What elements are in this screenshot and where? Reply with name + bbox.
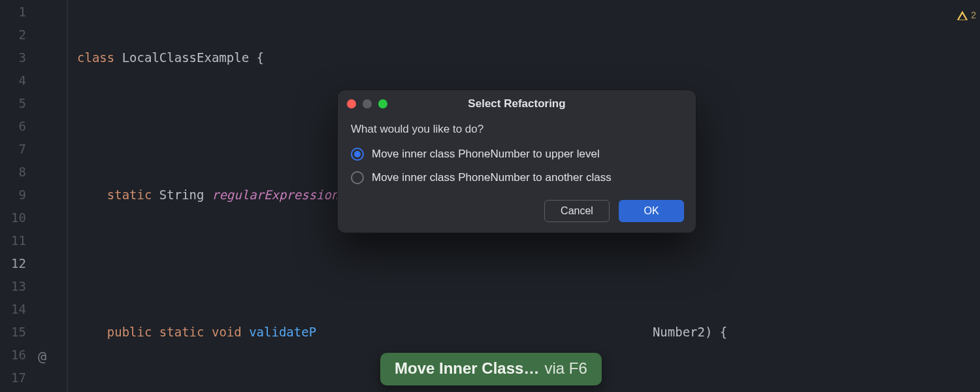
class-name: LocalClassExample: [122, 50, 249, 65]
action-hint-pill: Move Inner Class… via F6: [380, 353, 602, 385]
line-number: 10: [0, 206, 38, 229]
radio-button-selected-icon[interactable]: [351, 148, 364, 161]
radio-label: Move inner class PhoneNumber to another …: [372, 171, 612, 184]
dialog-prompt: What would you like to do?: [351, 123, 683, 136]
hint-shortcut: via F6: [544, 359, 587, 378]
field-regular-expression: regularExpression: [212, 188, 338, 202]
dialog-body: What would you like to do? Move inner cl…: [338, 118, 696, 192]
close-icon[interactable]: [347, 99, 356, 108]
radio-label: Move inner class PhoneNumber to upper le…: [372, 148, 600, 161]
radio-move-to-upper[interactable]: Move inner class PhoneNumber to upper le…: [351, 142, 683, 166]
annotation-gutter: @: [38, 0, 64, 392]
line-number-current: 12: [0, 252, 38, 275]
svg-rect-1: [962, 18, 963, 19]
ok-button[interactable]: OK: [619, 200, 684, 222]
line-number: 13: [0, 275, 38, 298]
radio-move-to-another[interactable]: Move inner class PhoneNumber to another …: [351, 166, 683, 189]
dialog-title: Select Refactoring: [338, 97, 696, 110]
line-number: 2: [0, 24, 38, 46]
line-number: 7: [0, 138, 38, 161]
line-number: 14: [0, 298, 38, 321]
warning-badge[interactable]: 2: [956, 4, 976, 27]
refactoring-dialog: Select Refactoring What would you like t…: [337, 90, 696, 233]
radio-button-unselected-icon[interactable]: [351, 171, 364, 184]
line-number: 5: [0, 92, 38, 115]
line-number: 4: [0, 69, 38, 92]
cancel-button[interactable]: Cancel: [544, 200, 610, 222]
override-annotation-icon[interactable]: @: [38, 345, 46, 368]
line-number: 17: [0, 367, 38, 389]
keyword-class: class: [77, 50, 114, 65]
line-number-gutter: 1 2 3 4 5 6 7 8 9 10 11 12 13 14 15 16 1…: [0, 0, 38, 392]
line-number: 9: [0, 184, 38, 206]
zoom-icon[interactable]: [378, 99, 387, 108]
line-number: 1: [0, 1, 38, 24]
line-number: 8: [0, 161, 38, 184]
warning-count: 2: [971, 4, 976, 27]
dialog-buttons: Cancel OK: [338, 192, 696, 233]
line-number: 3: [0, 46, 38, 69]
method-validate: validateP: [249, 325, 316, 339]
window-controls: [347, 99, 387, 108]
line-number: 11: [0, 229, 38, 252]
line-number: 6: [0, 115, 38, 138]
minimize-icon: [363, 99, 372, 108]
line-number: 16: [0, 344, 38, 367]
gutter-divider: [67, 0, 68, 392]
line-number: 15: [0, 321, 38, 344]
dialog-titlebar: Select Refactoring: [338, 90, 696, 118]
warning-icon: [956, 10, 968, 22]
hint-action: Move Inner Class…: [395, 359, 539, 378]
svg-rect-0: [962, 14, 963, 17]
